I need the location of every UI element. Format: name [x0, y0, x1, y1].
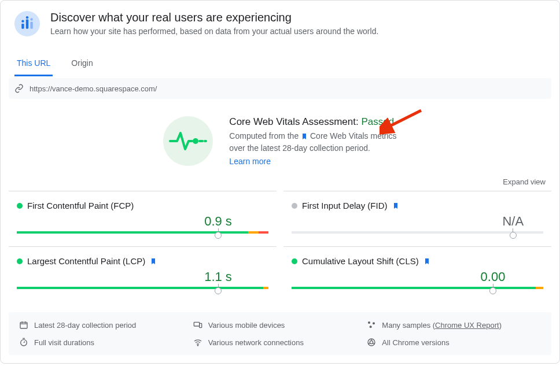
svg-point-4	[26, 16, 28, 19]
footer-item: Many samples (Chrome UX Report)	[367, 320, 541, 330]
svg-rect-1	[26, 19, 28, 28]
footer-text: Various network connections	[208, 338, 304, 347]
bar-segment	[536, 287, 543, 289]
assessment-desc-suffix: Core Web Vitals metrics	[310, 131, 397, 140]
footer-item: Various network connections	[193, 338, 367, 347]
footer-item: All Chrome versions	[367, 338, 541, 347]
svg-point-18	[370, 326, 372, 328]
metric-value: N/A	[502, 214, 524, 229]
metric-value: 0.00	[481, 269, 506, 284]
bar-segment	[248, 231, 258, 234]
metric-value-row: 1.1 s	[17, 269, 268, 286]
chrome-icon	[367, 338, 376, 347]
tab-this-url[interactable]: This URL	[14, 53, 53, 76]
assessment-label: Core Web Vitals Assessment:	[229, 116, 361, 127]
url-text: https://vance-demo.squarespace.com/	[30, 84, 157, 93]
bookmark-icon	[301, 133, 308, 140]
header-title: Discover what your real users are experi…	[50, 11, 378, 24]
learn-more-link[interactable]: Learn more	[229, 157, 271, 166]
status-dot-icon	[292, 203, 297, 209]
bar-segment	[292, 287, 536, 289]
distribution-bar	[17, 287, 268, 290]
tab-origin[interactable]: Origin	[69, 53, 95, 76]
percentile-marker-icon	[215, 284, 222, 294]
assessment-title: Core Web Vitals Assessment: Passed	[229, 116, 396, 128]
header: Discover what your real users are experi…	[1, 1, 559, 41]
timer-icon	[19, 338, 28, 347]
metric-title: Cumulative Layout Shift (CLS)	[292, 256, 543, 266]
bar-segment	[263, 287, 268, 289]
assessment-status: Passed	[361, 116, 394, 127]
footer-item: Various mobile devices	[193, 320, 367, 330]
core-vital-bookmark-icon	[423, 258, 430, 265]
metric-value-row: N/A	[292, 214, 543, 230]
svg-rect-2	[30, 22, 32, 29]
url-row: https://vance-demo.squarespace.com/	[9, 78, 551, 99]
footer-item: Full visit durations	[19, 338, 193, 347]
expand-view-button[interactable]: Expand view	[1, 177, 559, 191]
metric-title: First Input Delay (FID)	[292, 201, 543, 210]
metric-name: Largest Contentful Paint (LCP)	[27, 256, 145, 266]
assessment-texts: Core Web Vitals Assessment: Passed Compu…	[229, 116, 396, 166]
status-dot-icon	[17, 203, 23, 209]
footer-text: Latest 28-day collection period	[34, 321, 136, 330]
core-vital-bookmark-icon	[150, 258, 157, 265]
percentile-marker-icon	[215, 228, 222, 239]
calendar-icon	[19, 320, 28, 330]
svg-point-22	[197, 345, 198, 346]
svg-line-27	[373, 343, 374, 343]
svg-point-6	[193, 138, 198, 144]
footer: Latest 28-day collection periodVarious m…	[9, 312, 551, 355]
header-subtitle: Learn how your site has performed, based…	[50, 27, 378, 36]
footer-link[interactable]: Chrome UX Report	[435, 321, 499, 330]
bar-segment	[17, 231, 248, 234]
distribution-bar	[292, 231, 543, 235]
svg-rect-15	[199, 323, 201, 327]
assessment-desc-line2: over the latest 28-day collection period…	[229, 143, 370, 153]
metric-value-row: 0.9 s	[17, 214, 268, 230]
assessment-desc: Computed from the Core Web Vitals metric…	[229, 130, 396, 154]
crux-logo-icon	[14, 11, 40, 36]
core-vital-bookmark-icon	[392, 202, 399, 209]
distribution-bar	[17, 231, 268, 235]
wifi-icon	[193, 338, 202, 347]
metric-title: First Contentful Paint (FCP)	[17, 201, 268, 210]
assessment-inner: Core Web Vitals Assessment: Passed Compu…	[163, 116, 396, 166]
header-texts: Discover what your real users are experi…	[50, 11, 378, 36]
metric-card[interactable]: Largest Contentful Paint (LCP)1.1 s	[9, 246, 277, 302]
footer-text: Various mobile devices	[208, 321, 285, 330]
metric-title: Largest Contentful Paint (LCP)	[17, 256, 268, 266]
svg-line-26	[369, 343, 370, 343]
metric-name: Cumulative Layout Shift (CLS)	[302, 256, 419, 266]
footer-text: All Chrome versions	[382, 338, 449, 347]
svg-rect-0	[21, 24, 24, 29]
metric-value: 1.1 s	[204, 269, 232, 284]
metric-name: First Contentful Paint (FCP)	[27, 201, 134, 210]
metric-card[interactable]: First Input Delay (FID)N/A	[283, 191, 551, 246]
svg-rect-10	[20, 322, 27, 328]
svg-line-20	[24, 342, 25, 343]
svg-point-3	[21, 20, 24, 23]
svg-point-16	[368, 321, 370, 324]
status-dot-icon	[17, 258, 23, 264]
assessment-desc-prefix: Computed from the	[229, 131, 301, 140]
status-dot-icon	[292, 258, 297, 264]
footer-text: Full visit durations	[34, 338, 94, 347]
footer-text: Many samples (Chrome UX Report)	[382, 321, 502, 330]
link-icon	[14, 84, 24, 93]
bar-segment	[292, 231, 543, 234]
bar-segment	[259, 231, 268, 234]
pulse-icon	[163, 116, 213, 166]
metric-card[interactable]: Cumulative Layout Shift (CLS)0.00	[283, 246, 551, 302]
footer-item: Latest 28-day collection period	[19, 320, 193, 330]
metric-card[interactable]: First Contentful Paint (FCP)0.9 s	[9, 191, 277, 246]
tabs: This URL Origin	[1, 53, 559, 77]
devices-icon	[193, 320, 202, 330]
assessment-section: Core Web Vitals Assessment: Passed Compu…	[1, 99, 559, 177]
percentile-marker-icon	[510, 228, 517, 239]
distribution-bar	[292, 287, 543, 290]
svg-rect-14	[194, 322, 199, 326]
bar-segment	[17, 287, 263, 289]
metrics-grid: First Contentful Paint (FCP)0.9 sFirst I…	[1, 191, 559, 302]
field-data-card: Discover what your real users are experi…	[0, 0, 560, 364]
